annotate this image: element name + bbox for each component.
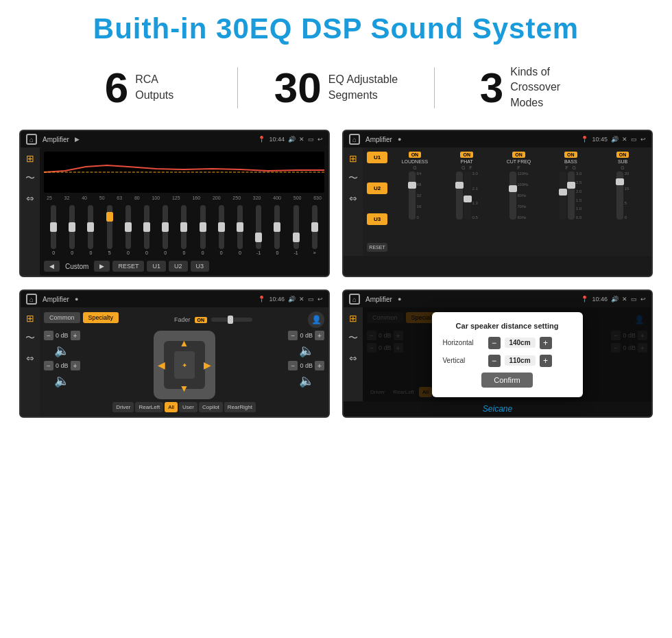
dialog-overlay: Car speaker distance setting Horizontal …: [363, 307, 651, 401]
user-icon-btn-3[interactable]: 👤: [308, 311, 324, 328]
amp-layout: U1 U2 U3 RESET ON: [367, 152, 647, 252]
user-btn[interactable]: User: [179, 402, 197, 412]
home-icon-2[interactable]: [349, 134, 360, 145]
phat-sliders: 3.0 2.1 1.3 0.5: [456, 172, 478, 226]
bass-channel: ON BASS F G: [546, 152, 595, 252]
status-icons-1: 📍 10:44 🔊 ✕ ▭ ↩: [258, 136, 323, 143]
tab-common-3[interactable]: Common: [44, 312, 80, 323]
lb-plus[interactable]: +: [71, 361, 80, 370]
horizontal-plus[interactable]: +: [540, 337, 552, 349]
location-icon-2: 📍: [581, 136, 588, 143]
fader-slider-3[interactable]: [211, 318, 252, 322]
eq-icon-4[interactable]: ⊞: [349, 313, 357, 324]
copilot-btn[interactable]: Copilot: [199, 402, 223, 412]
cutfreq-on: ON: [512, 152, 525, 158]
home-icon-4[interactable]: [349, 294, 360, 305]
watermark: Seicane: [344, 401, 651, 416]
car-diagram: ✦ ▲ ▼ ◀ ▶: [154, 331, 215, 399]
arrow-down-icon[interactable]: ▼: [180, 383, 189, 394]
eq-freq-labels: 2532 4050 6380 100125 160200 250320 4005…: [44, 196, 324, 200]
phat-on: ON: [460, 152, 473, 158]
arrows-icon-2[interactable]: ⇔: [349, 193, 357, 204]
screen3-title: Amplifier: [43, 296, 69, 303]
reset-btn-2[interactable]: RESET: [367, 243, 387, 252]
screen2-title: Amplifier: [365, 136, 392, 143]
arrow-left-icon[interactable]: ◀: [158, 359, 165, 370]
rt-plus[interactable]: +: [315, 331, 324, 340]
rt-minus[interactable]: −: [288, 331, 298, 340]
prev-btn[interactable]: ◀: [44, 261, 60, 272]
eq-slider-1: 0: [69, 205, 75, 255]
screen2-main: U1 U2 U3 RESET ON: [363, 147, 651, 256]
driver-btn[interactable]: Driver: [112, 402, 134, 412]
location-icon-4: 📍: [581, 296, 588, 303]
screen-common: Amplifier ● 📍 10:46 🔊 ✕ ▭ ↩ ⊞ 〜 ⇔: [19, 290, 330, 418]
speaker-icon-right-bottom: 🔈: [288, 373, 324, 388]
eq-slider-6: 0: [163, 205, 168, 255]
vertical-minus[interactable]: −: [488, 355, 501, 367]
u2-btn-1[interactable]: U2: [169, 261, 188, 272]
sub-on: ON: [616, 152, 629, 158]
time-1: 10:44: [269, 136, 285, 143]
wave-icon-4[interactable]: 〜: [348, 332, 358, 344]
eq-icon-3[interactable]: ⊞: [26, 313, 34, 324]
vertical-plus[interactable]: +: [540, 355, 552, 367]
screen3-main: Common Specialty Fader ON 👤: [40, 307, 328, 416]
arrows-icon-3[interactable]: ⇔: [26, 353, 34, 364]
tab-row-3: Common Specialty: [44, 312, 119, 323]
u3-btn-1[interactable]: U3: [191, 261, 210, 272]
time-3: 10:46: [269, 296, 285, 303]
next-btn[interactable]: ▶: [94, 261, 110, 272]
lt-plus[interactable]: +: [71, 331, 80, 340]
status-icons-2: 📍 10:45 🔊 ✕ ▭ ↩: [581, 136, 646, 143]
wave-icon-3[interactable]: 〜: [25, 332, 35, 344]
eq-slider-4: 0: [125, 205, 131, 255]
horizontal-minus[interactable]: −: [488, 337, 501, 349]
arrow-up-icon[interactable]: ▲: [180, 338, 189, 348]
arrow-right-icon[interactable]: ▶: [204, 359, 211, 370]
amp-u-buttons: U1 U2 U3 RESET: [367, 152, 387, 252]
reset-btn-1[interactable]: RESET: [112, 261, 144, 272]
screen4-title: Amplifier: [365, 296, 392, 303]
lt-minus[interactable]: −: [44, 331, 53, 340]
home-icon-3[interactable]: [26, 294, 37, 305]
phat-channel: ON PHAT G F: [442, 152, 492, 252]
wave-icon-2[interactable]: 〜: [348, 172, 358, 185]
status-icons-3: 📍 10:46 🔊 ✕ ▭ ↩: [258, 296, 323, 303]
stat-label-rca: RCAOutputs: [135, 72, 173, 103]
u3-btn-2[interactable]: U3: [367, 213, 387, 225]
confirm-button[interactable]: Confirm: [481, 373, 533, 388]
rear-left-btn[interactable]: RearLeft: [135, 402, 163, 412]
speaker-icon-left-bottom: 🔈: [44, 373, 80, 388]
lb-minus[interactable]: −: [44, 361, 53, 370]
eq-slider-7: 0: [181, 205, 187, 255]
all-btn[interactable]: All: [165, 402, 178, 412]
u1-btn-1[interactable]: U1: [147, 261, 166, 272]
eq-inner: 2532 4050 6380 100125 160200 250320 4005…: [40, 147, 328, 276]
rec-dot-2: ●: [398, 136, 401, 143]
u1-btn-2[interactable]: U1: [367, 152, 387, 163]
arrows-icon-4[interactable]: ⇔: [349, 353, 357, 364]
stat-number-rca: 6: [105, 67, 128, 109]
u2-btn-2[interactable]: U2: [367, 182, 387, 194]
eq-icon-2[interactable]: ⊞: [349, 153, 357, 164]
dialog-horizontal-row: Horizontal − 140cm +: [443, 337, 572, 349]
arrows-icon-1[interactable]: ⇔: [26, 193, 34, 204]
home-icon-1[interactable]: [26, 134, 37, 145]
rb-plus[interactable]: +: [315, 361, 324, 370]
fader-row-3: Fader ON: [174, 316, 252, 323]
rear-right-btn[interactable]: RearRight: [224, 402, 256, 412]
eq-slider-13: -1: [293, 205, 299, 255]
play-icon-1: ▶: [75, 136, 80, 143]
rb-minus[interactable]: −: [288, 361, 298, 370]
tab-specialty-3[interactable]: Specialty: [83, 312, 119, 323]
eq-slider-12: 0: [274, 205, 280, 255]
car-cross-icon: ✦: [182, 362, 187, 369]
eq-icon-1[interactable]: ⊞: [26, 153, 34, 164]
wave-icon-1[interactable]: 〜: [25, 172, 35, 185]
eq-controls: ◀ Custom ▶ RESET U1 U2 U3: [44, 261, 324, 272]
speaker-icon-4: 🔊: [611, 296, 619, 303]
close-icon-2: ✕: [622, 136, 627, 143]
speaker-icon-3: 🔊: [288, 296, 296, 303]
time-4: 10:46: [592, 296, 608, 303]
